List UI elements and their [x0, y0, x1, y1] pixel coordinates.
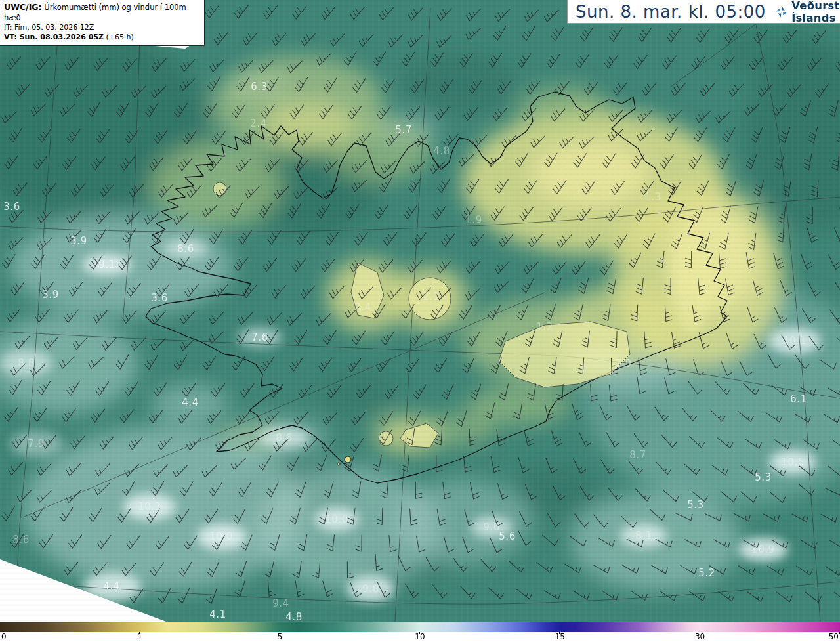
- colorbar-tick-label: 5: [278, 632, 283, 641]
- map-value-label: 3.6: [151, 292, 167, 304]
- map-value-label: 10.0: [209, 530, 232, 542]
- map-value-label: 4.4: [182, 396, 198, 408]
- map-value-label: 8.6: [12, 534, 29, 546]
- forecast-title-line: UWC/IG: Úrkomumætti (mm) og vindur í 100…: [4, 2, 200, 23]
- colorbar-gradient: [0, 622, 840, 632]
- valid-datetime-label: Sun. 8. mar. kl. 05:00: [576, 2, 766, 22]
- map-value-label: 2.1: [423, 291, 439, 303]
- map-value-label: 10.1: [138, 501, 161, 513]
- colorbar: 01510153050: [0, 622, 840, 642]
- map-value-label: 9.1: [98, 259, 115, 270]
- valid-time: VT: Sun. 08.03.2026 05Z: [4, 33, 104, 41]
- model-label: UWC/IG:: [4, 2, 42, 12]
- map-value-label: 3.6: [3, 201, 20, 213]
- map-value-label: 10.1: [783, 335, 806, 347]
- valid-offset: (+65 h): [104, 33, 134, 41]
- map-value-label: 3.9: [42, 289, 58, 301]
- map-value-label: 5.2: [698, 567, 715, 579]
- map-value-label: 10.9: [751, 544, 774, 555]
- init-time-line: IT: Fim. 05. 03. 2026 12Z: [4, 23, 200, 33]
- map-value-label: 5.6: [499, 530, 515, 542]
- map-value-label: 6.3: [251, 81, 267, 93]
- map-value-label: 8.8: [18, 357, 34, 369]
- brand: Veðurstofa Íslands: [775, 0, 840, 24]
- map-value-label: 7.9: [615, 358, 631, 370]
- map-value-label: 9.4: [272, 597, 289, 609]
- map-value-label: 6.1: [790, 393, 807, 405]
- map-value-label: 1.9: [465, 214, 482, 226]
- colorbar-tick-label: 10: [415, 632, 425, 641]
- map-value-label: 1.2: [536, 321, 553, 333]
- forecast-page: 6.32.45.74.81.33.61.93.98.69.13.93.62.12…: [0, 0, 840, 642]
- map-value-label: 4.1: [209, 609, 226, 620]
- map-value-label: 9.6: [483, 521, 499, 533]
- map-value-label: 4.8: [285, 611, 302, 622]
- map-value-label: 4.8: [433, 145, 450, 157]
- map-value-label: 1.3: [644, 191, 661, 203]
- map-value-label: 7.9: [28, 438, 44, 450]
- map-value-label: 8.6: [276, 432, 292, 444]
- colorbar-labels: 01510153050: [0, 632, 840, 642]
- map-value-label: 5.7: [395, 124, 411, 136]
- colorbar-tick-label: 15: [555, 632, 565, 641]
- weather-map: 6.32.45.74.81.33.61.93.98.69.13.93.62.12…: [0, 0, 840, 622]
- map-value-label: 3.9: [70, 235, 87, 247]
- valid-time-line: VT: Sun. 08.03.2026 05Z (+65 h): [4, 33, 200, 43]
- met-office-pinwheel-icon: [775, 2, 788, 22]
- map-value-label: 10.0: [325, 513, 348, 525]
- forecast-info-box: UWC/IG: Úrkomumætti (mm) og vindur í 100…: [0, 0, 205, 46]
- brand-name: Veðurstofa Íslands: [791, 0, 840, 24]
- map-value-label: 5.3: [687, 499, 704, 511]
- map-value-label: 2.4: [354, 301, 371, 313]
- colorbar-tick-label: 0: [1, 632, 7, 641]
- map-value-label: 2.4: [250, 118, 266, 129]
- map-value-label: 8.7: [629, 449, 646, 461]
- map-value-label: 10.5: [781, 456, 804, 468]
- map-value-label: 7.6: [251, 332, 268, 343]
- map-value-label: 9.8: [362, 583, 379, 595]
- map-value-label: 8.1: [635, 530, 652, 542]
- colorbar-tick-label: 30: [695, 632, 705, 641]
- colorbar-tick-label: 50: [829, 632, 839, 641]
- map-value-label: 4.4: [103, 580, 119, 592]
- map-value-label: 8.6: [177, 243, 194, 255]
- map-value-label: 5.3: [755, 471, 771, 483]
- datetime-box: Sun. 8. mar. kl. 05:00 Veðurstofa Ísland…: [567, 0, 840, 24]
- colorbar-tick-label: 1: [138, 632, 143, 641]
- map-canvas: [0, 0, 840, 622]
